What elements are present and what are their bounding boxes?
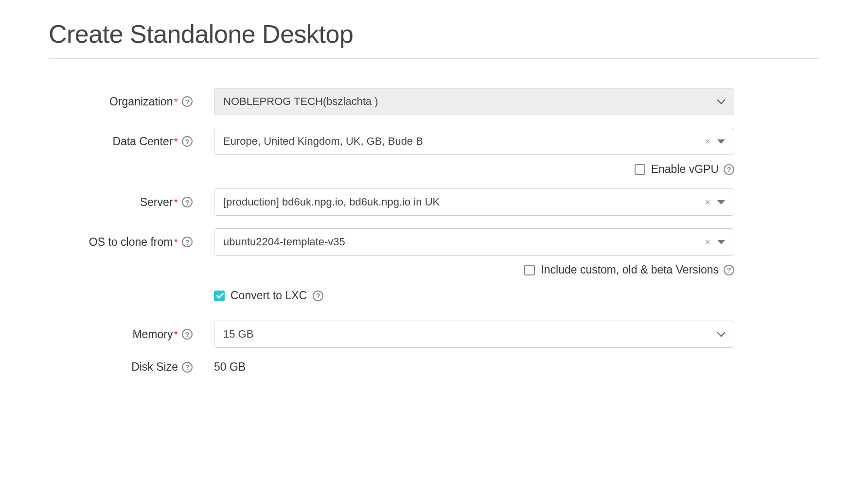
enable-vgpu-checkbox[interactable] [635, 164, 645, 175]
help-icon[interactable] [313, 291, 323, 301]
os-clone-row: OS to clone from* ubuntu2204-template-v3… [49, 228, 734, 256]
enable-vgpu-row: Enable vGPU [49, 163, 734, 176]
convert-lxc-checkbox[interactable] [214, 291, 225, 301]
organization-label-col: Organization* [49, 95, 214, 108]
server-select[interactable]: [production] bd6uk.npg.io, bd6uk.npg.io … [214, 188, 734, 216]
clear-icon[interactable]: × [705, 197, 710, 207]
os-clone-value: ubuntu2204-template-v35 [223, 236, 705, 248]
data-center-value: Europe, United Kingdom, UK, GB, Bude B [223, 135, 705, 148]
select-actions: × [705, 137, 725, 146]
organization-row: Organization* NOBLEPROG TECH(bszlachta ) [49, 88, 734, 115]
memory-field: 15 GB [214, 321, 734, 348]
convert-lxc-label: Convert to LXC [230, 289, 307, 302]
data-center-label-col: Data Center* [49, 135, 214, 148]
os-clone-label: OS to clone from* [89, 236, 178, 249]
help-icon[interactable] [724, 164, 734, 175]
organization-field: NOBLEPROG TECH(bszlachta ) [214, 88, 734, 115]
enable-vgpu-label: Enable vGPU [651, 163, 719, 176]
clear-icon[interactable]: × [705, 137, 710, 146]
help-icon[interactable] [182, 329, 193, 340]
required-star: * [174, 196, 178, 208]
chevron-down-icon[interactable] [718, 331, 725, 338]
server-row: Server* [production] bd6uk.npg.io, bd6uk… [49, 188, 734, 216]
memory-row: Memory* 15 GB [49, 321, 734, 348]
help-icon[interactable] [182, 136, 193, 147]
select-actions [718, 331, 725, 338]
data-center-label: Data Center* [112, 135, 178, 148]
divider [49, 58, 819, 59]
server-value: [production] bd6uk.npg.io, bd6uk.npg.io … [223, 196, 705, 208]
server-label-col: Server* [49, 196, 214, 209]
data-center-row: Data Center* Europe, United Kingdom, UK,… [49, 128, 734, 155]
help-icon[interactable] [724, 265, 734, 275]
include-beta-checkbox[interactable] [524, 265, 535, 275]
chevron-down-icon[interactable] [717, 240, 725, 244]
page-title: Create Standalone Desktop [49, 19, 819, 49]
data-center-field: Europe, United Kingdom, UK, GB, Bude B × [214, 128, 734, 155]
disk-size-value: 50 GB [214, 359, 246, 374]
os-clone-select[interactable]: ubuntu2204-template-v35 × [214, 228, 734, 256]
required-star: * [174, 136, 178, 148]
chevron-down-icon[interactable] [717, 139, 725, 144]
help-icon[interactable] [182, 362, 193, 373]
os-clone-label-col: OS to clone from* [49, 236, 214, 249]
chevron-down-icon[interactable] [717, 200, 725, 205]
memory-value: 15 GB [223, 328, 718, 341]
select-actions: × [705, 197, 725, 207]
required-star: * [174, 328, 178, 341]
chevron-down-icon[interactable] [718, 98, 725, 105]
data-center-select[interactable]: Europe, United Kingdom, UK, GB, Bude B × [214, 128, 734, 155]
disk-size-row: Disk Size 50 GB [49, 360, 734, 374]
server-label: Server* [140, 196, 178, 209]
disk-size-field: 50 GB [214, 360, 734, 374]
help-icon[interactable] [182, 237, 193, 247]
server-field: [production] bd6uk.npg.io, bd6uk.npg.io … [214, 188, 734, 216]
select-actions [718, 98, 725, 105]
memory-select[interactable]: 15 GB [214, 321, 734, 348]
organization-value: NOBLEPROG TECH(bszlachta ) [223, 95, 718, 108]
include-beta-checkbox-wrap: Include custom, old & beta Versions [524, 263, 719, 276]
memory-label-col: Memory* [49, 328, 214, 341]
include-beta-row: Include custom, old & beta Versions [49, 263, 734, 276]
enable-vgpu-checkbox-wrap: Enable vGPU [635, 163, 719, 176]
memory-label: Memory* [132, 328, 178, 341]
create-desktop-form: Organization* NOBLEPROG TECH(bszlachta )… [49, 88, 734, 374]
clear-icon[interactable]: × [705, 237, 710, 247]
organization-select[interactable]: NOBLEPROG TECH(bszlachta ) [214, 88, 734, 115]
convert-lxc-row: Convert to LXC [49, 289, 734, 302]
disk-size-label-col: Disk Size [49, 360, 214, 374]
select-actions: × [705, 237, 725, 247]
organization-label: Organization* [109, 95, 178, 108]
disk-size-label: Disk Size [131, 360, 178, 374]
required-star: * [174, 96, 178, 108]
os-clone-field: ubuntu2204-template-v35 × [214, 228, 734, 256]
help-icon[interactable] [182, 197, 193, 207]
include-beta-label: Include custom, old & beta Versions [541, 263, 719, 276]
help-icon[interactable] [182, 96, 193, 107]
required-star: * [174, 236, 178, 248]
